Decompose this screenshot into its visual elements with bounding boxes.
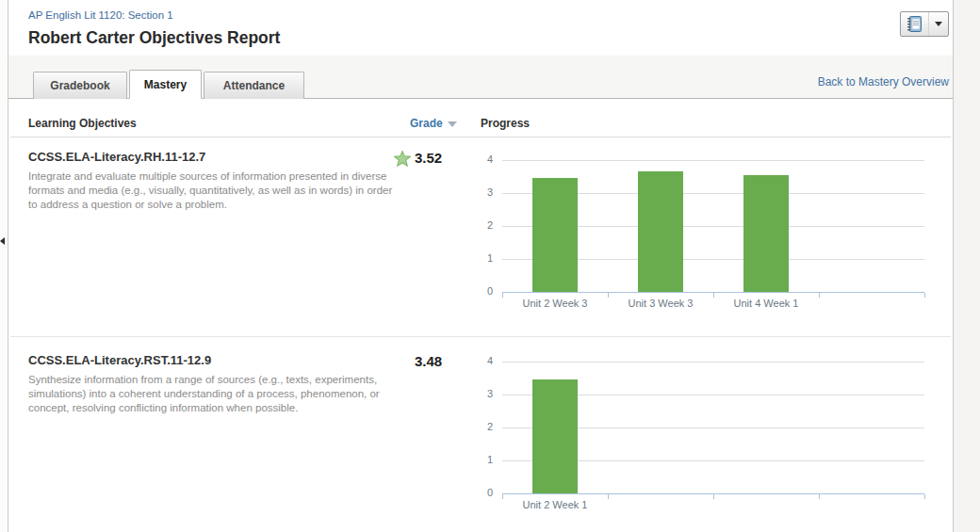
y-axis-tick-label: 3 xyxy=(472,186,493,198)
y-axis-tick-label: 4 xyxy=(472,153,493,165)
y-axis-tick-label: 3 xyxy=(472,388,493,399)
x-axis-category-label: Unit 3 Week 3 xyxy=(608,298,713,311)
y-axis-tick-label: 2 xyxy=(472,421,493,432)
tab-gradebook[interactable]: Gradebook xyxy=(33,72,127,99)
tab-bar: Gradebook Mastery Attendance Back to Mas… xyxy=(8,56,953,99)
x-axis-tick xyxy=(608,494,609,499)
y-gridline xyxy=(502,362,924,363)
data-bar xyxy=(532,178,578,292)
data-bar xyxy=(743,175,789,292)
objective-row: CCSS.ELA-Literacy.RST.11-12.9 Synthesize… xyxy=(10,338,951,532)
tab-mastery[interactable]: Mastery xyxy=(129,70,202,99)
progress-bar-chart: 01234Unit 2 Week 1 xyxy=(502,362,924,493)
tab-attendance[interactable]: Attendance xyxy=(204,72,304,99)
caret-down-icon xyxy=(935,22,942,26)
report-panel: AP English Lit 1120: Section 1 Robert Ca… xyxy=(8,0,954,532)
grade-value: 3.52 xyxy=(415,150,442,166)
page-title: Robert Carter Objectives Report xyxy=(28,28,280,48)
page-background xyxy=(955,0,980,532)
x-axis-tick xyxy=(924,494,925,499)
y-axis-tick-label: 4 xyxy=(472,355,493,366)
mastery-star-icon xyxy=(394,151,411,167)
objective-code: CCSS.ELA-Literacy.RST.11-12.9 xyxy=(28,353,211,367)
objective-description: Synthesize information from a range of s… xyxy=(28,373,403,415)
objective-description: Integrate and evaluate multiple sources … xyxy=(28,169,403,212)
x-axis-tick xyxy=(819,293,820,298)
y-axis-tick-label: 1 xyxy=(472,454,493,465)
x-axis-tick xyxy=(819,494,820,499)
data-bar xyxy=(638,171,683,292)
y-axis-tick-label: 0 xyxy=(472,487,493,498)
y-axis-tick-label: 1 xyxy=(472,252,493,264)
breadcrumb-course-link[interactable]: AP English Lit 1120: Section 1 xyxy=(28,9,173,21)
x-axis-tick xyxy=(924,293,925,298)
x-axis-category-label: Unit 4 Week 1 xyxy=(713,298,819,311)
x-axis-category-label: Unit 2 Week 1 xyxy=(502,499,608,512)
y-axis-tick-label: 2 xyxy=(472,219,493,231)
objective-row: CCSS.ELA-Literacy.RH.11-12.7 Integrate a… xyxy=(10,137,951,337)
column-header-grade[interactable]: Grade xyxy=(410,117,443,130)
notebook-gradebook-icon xyxy=(901,12,929,36)
sidebar-collapse-arrow-icon[interactable] xyxy=(0,237,5,245)
x-axis-category-label: Unit 2 Week 3 xyxy=(502,298,608,311)
progress-bar-chart: 01234Unit 2 Week 3Unit 3 Week 3Unit 4 We… xyxy=(502,160,924,292)
gradebook-view-dropdown-button[interactable] xyxy=(900,11,949,37)
table-header-row: Learning Objectives Grade Progress xyxy=(10,99,951,137)
grade-value: 3.48 xyxy=(415,353,442,369)
x-axis-tick xyxy=(713,494,714,499)
sort-descending-icon[interactable] xyxy=(448,121,457,127)
y-axis-tick-label: 0 xyxy=(472,285,493,297)
back-to-mastery-overview-link[interactable]: Back to Mastery Overview xyxy=(818,75,949,89)
data-bar xyxy=(532,379,578,493)
column-header-progress: Progress xyxy=(481,117,530,130)
left-panel-strip xyxy=(0,0,8,532)
objective-code: CCSS.ELA-Literacy.RH.11-12.7 xyxy=(28,150,205,164)
y-gridline xyxy=(502,160,924,161)
column-header-learning-objectives: Learning Objectives xyxy=(28,117,137,130)
